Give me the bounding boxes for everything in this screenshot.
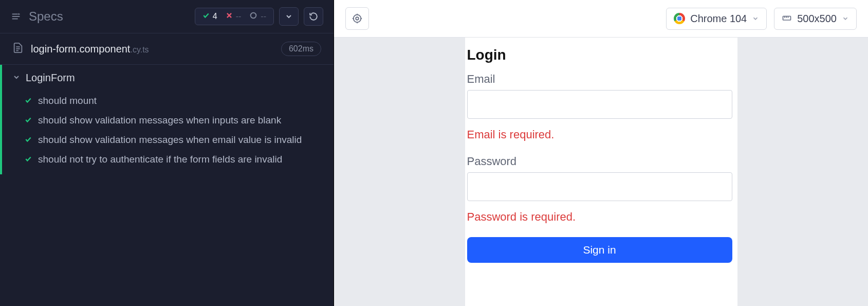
chevron-down-icon (842, 13, 849, 25)
viewport-label: 500x500 (797, 13, 837, 25)
browser-selector[interactable]: Chrome 104 (666, 8, 767, 30)
suite-title: LoginForm (26, 72, 75, 84)
chrome-icon (674, 13, 685, 24)
x-icon (226, 12, 233, 21)
specs-title: Specs (29, 9, 63, 24)
aut-iframe: Login Email Email is required. Password … (465, 38, 737, 306)
stat-passed-count: 4 (213, 12, 217, 21)
chevron-down-icon (12, 72, 21, 84)
suite-header[interactable]: LoginForm (2, 65, 334, 91)
test-list: should mount should show validation mess… (2, 91, 334, 174)
login-title: Login (467, 47, 732, 63)
test-item[interactable]: should mount (2, 91, 334, 111)
viewport-selector[interactable]: 500x500 (774, 8, 857, 30)
rerun-button[interactable] (304, 7, 323, 26)
stat-passed: 4 (202, 12, 217, 21)
aut-stage: Login Email Email is required. Password … (334, 38, 868, 306)
svg-point-9 (354, 15, 361, 23)
spec-file-title: login-form.component.cy.ts (31, 43, 149, 55)
aut-toolbar: Chrome 104 500x500 (334, 0, 868, 38)
test-item[interactable]: should show validation messages when ema… (2, 130, 334, 150)
pending-icon (249, 11, 257, 22)
check-icon (25, 154, 32, 165)
check-icon (25, 134, 32, 146)
spec-file-left: login-form.component.cy.ts (12, 42, 149, 56)
password-field[interactable] (467, 172, 732, 201)
reporter-header: Specs 4 -- (0, 0, 334, 33)
reporter-header-left: Specs (10, 9, 63, 24)
email-label: Email (467, 73, 732, 86)
check-icon (25, 115, 32, 126)
stats-box: 4 -- -- (195, 8, 274, 25)
ruler-icon (782, 12, 792, 25)
email-error: Email is required. (467, 128, 732, 141)
stat-pending: -- (249, 11, 266, 22)
signin-button[interactable]: Sign in (467, 237, 732, 263)
password-error: Password is required. (467, 210, 732, 224)
stat-failed-count: -- (236, 12, 242, 21)
stat-failed: -- (226, 12, 242, 21)
chevron-down-icon (752, 13, 759, 25)
reporter-panel: Specs 4 -- (0, 0, 334, 306)
svg-point-10 (356, 17, 359, 20)
stat-pending-count: -- (261, 12, 266, 21)
test-title: should show validation messages when ema… (38, 134, 302, 146)
browser-label: Chrome 104 (690, 13, 747, 25)
check-icon (25, 95, 32, 106)
test-title: should not try to authenticate if the fo… (38, 154, 282, 165)
spec-file-name: login-form.component (31, 43, 130, 55)
check-icon (202, 12, 210, 21)
aut-toolbar-left (345, 7, 369, 30)
suite-block: LoginForm should mount should show valid… (0, 65, 334, 174)
reporter-header-right: 4 -- -- (195, 7, 323, 26)
test-item[interactable]: should show validation messages when inp… (2, 111, 334, 130)
duration-pill: 602ms (281, 42, 321, 56)
svg-point-5 (251, 13, 256, 19)
test-title: should show validation messages when inp… (38, 115, 281, 126)
aut-toolbar-right: Chrome 104 500x500 (666, 8, 857, 30)
file-icon (12, 42, 24, 56)
password-label: Password (467, 155, 732, 168)
test-title: should mount (38, 95, 97, 106)
spec-file-row[interactable]: login-form.component.cy.ts 602ms (0, 33, 334, 65)
email-field[interactable] (467, 90, 732, 119)
next-button[interactable] (279, 7, 299, 26)
selector-playground-button[interactable] (345, 7, 369, 30)
aut-panel: Chrome 104 500x500 (334, 0, 868, 306)
collapse-icon[interactable] (10, 11, 22, 22)
test-item[interactable]: should not try to authenticate if the fo… (2, 150, 334, 169)
spec-file-ext: .cy.ts (130, 45, 149, 54)
